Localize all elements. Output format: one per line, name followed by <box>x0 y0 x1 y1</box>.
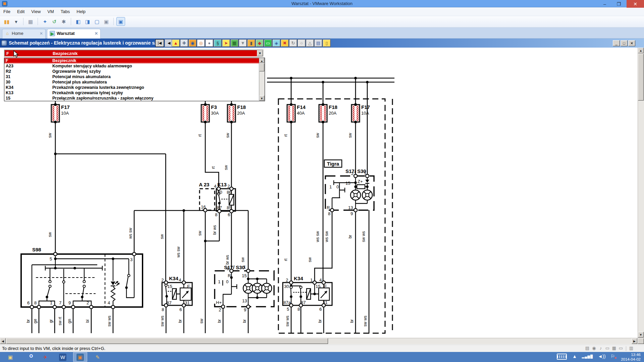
component-list-item[interactable]: F Bezpiecznik <box>4 58 265 63</box>
menu-vm[interactable]: VM <box>44 8 57 15</box>
first-page-button[interactable]: |◀ <box>155 39 164 47</box>
network-signal-icon[interactable]: ▂▄▆█ <box>582 355 593 358</box>
app-maximize-button[interactable]: □ <box>621 40 628 46</box>
component-list-item[interactable]: R2 Ogrzewanie tylnej szyby <box>4 69 265 74</box>
diagram-label: 87 <box>301 300 306 305</box>
cd-rom-icon[interactable]: ◉ <box>591 345 597 351</box>
pause-caret[interactable]: ▾ <box>12 17 20 26</box>
unity-button[interactable]: ▣ <box>102 17 111 26</box>
vehicles-icon[interactable]: ▤ <box>314 39 322 47</box>
cars-icon[interactable]: ◆ <box>256 39 264 47</box>
message-log-icon[interactable]: ▥ <box>628 345 635 351</box>
menu-bar: FileEditViewVMTabsHelp <box>0 8 644 16</box>
diagram-label: 86 <box>227 190 231 195</box>
revert-snapshot-button[interactable]: ↺ <box>50 17 59 26</box>
show-hidden-icons[interactable]: ▲ <box>572 354 577 359</box>
diagram-label: 1 <box>218 279 220 284</box>
taskbar-word-icon[interactable]: W <box>56 352 70 362</box>
component-list-item[interactable]: 15 Przełącznik zapłonu/rozrusznika - zap… <box>4 96 265 101</box>
diagram-label: 31 <box>185 300 190 305</box>
vmware-titlebar: Warsztat - VMware Workstation <box>0 0 644 7</box>
printer-icon[interactable]: ▦ <box>611 345 618 351</box>
close-tab-icon[interactable]: ✕ <box>40 31 43 36</box>
crash-icon[interactable]: ✖ <box>281 39 289 47</box>
list-scrollbar[interactable]: ▲ ▼ <box>259 58 265 101</box>
globe-icon[interactable]: ◉ <box>189 39 197 47</box>
taskbar-chrome-icon[interactable] <box>21 352 35 362</box>
tab-home-label: Home <box>12 31 23 36</box>
keys-icon[interactable]: § <box>214 39 222 47</box>
component-label: Bezpiecznik <box>52 58 76 63</box>
tab-bar: ⌂ Home ✕ ▶ Warsztat ✕ <box>0 27 644 39</box>
action-center-flag-icon[interactable]: ⚐ <box>610 354 615 359</box>
steering-icon[interactable]: ↻ <box>289 39 297 47</box>
menu-tabs[interactable]: Tabs <box>57 8 73 15</box>
taskbar-file-explorer-icon[interactable]: ▣ <box>3 352 17 362</box>
pause-button[interactable]: ▮▮ <box>2 17 11 26</box>
diagram-label: sw <box>199 318 204 323</box>
gauge-icon[interactable]: ○ <box>298 39 306 47</box>
diagram-label: rt <box>283 134 288 137</box>
diagram-label: 5 <box>50 256 52 261</box>
diagram-label: A 23 <box>199 182 209 187</box>
snapshot-manager-button[interactable]: ✱ <box>59 17 68 26</box>
component-list-item[interactable]: K34 Przekaźnik ogrzewania lusterka zewnę… <box>4 85 265 90</box>
warning-icon[interactable]: ▲ <box>172 39 180 47</box>
diagram-label: Tigra <box>327 161 339 167</box>
component-list-item[interactable]: 31 Potencjał minus akumulatora <box>4 74 265 79</box>
show-thumbnail-bar-button[interactable]: ◨ <box>83 17 92 26</box>
hard-disk-icon[interactable]: ▤ <box>584 345 591 351</box>
fullscreen-button[interactable]: ▢ <box>93 17 101 26</box>
close-tab-icon[interactable]: ✕ <box>95 31 98 36</box>
wheel-icon[interactable]: ● <box>205 39 213 47</box>
taskbar-paint-icon[interactable]: ✎ <box>91 352 105 362</box>
diagram-label: rt <box>283 258 288 261</box>
taskbar-falcon-icon[interactable]: ✈ <box>38 352 52 362</box>
menu-edit[interactable]: Edit <box>14 8 28 15</box>
sound-icon[interactable]: ♪ <box>597 345 604 351</box>
caution-icon[interactable]: △ <box>306 39 314 47</box>
console-view-button[interactable]: ▣ <box>116 17 125 26</box>
window-title: Warsztat - VMware Workstation <box>0 1 644 6</box>
app-close-button[interactable]: ✕ <box>628 40 635 46</box>
component-list-item[interactable]: 30 Potencjał plus akumulatora <box>4 79 265 85</box>
mouse-icon[interactable]: ◎ <box>197 39 205 47</box>
diagram-label: 8 <box>162 307 164 312</box>
taskbar-vmware-workstation-icon[interactable]: ▣ <box>73 352 87 362</box>
diagram-label: 16 <box>201 204 206 209</box>
tab-warsztat[interactable]: ▶ Warsztat ✕ <box>47 29 101 39</box>
diagram-label: K13 <box>217 182 227 187</box>
display-2-icon[interactable]: ▭ <box>618 345 624 351</box>
component-code: R2 <box>6 69 11 74</box>
component-code: A23 <box>6 64 13 68</box>
component-list-item[interactable]: K13 Przekaźnik ogrzewania tylnej szyby <box>4 90 265 96</box>
tools-icon[interactable]: ✚ <box>180 39 188 47</box>
send-ctrl-alt-del-button[interactable]: ▦ <box>26 17 35 26</box>
component-combobox[interactable]: F Bezpiecznik ▼ <box>4 50 264 57</box>
horizontal-scrollbar[interactable]: ◀ ▶ <box>0 338 644 344</box>
battery-icon[interactable]: ▭ <box>264 39 272 47</box>
diagram-label: 15 <box>316 284 320 289</box>
key-fob-icon[interactable]: ▮ <box>247 39 255 47</box>
lift-icon[interactable]: ▦ <box>230 39 238 47</box>
component-list-item[interactable]: A23 Komputer sterujący układu alarmowego <box>4 63 265 69</box>
wires <box>32 78 394 333</box>
tab-home[interactable]: ⌂ Home ✕ <box>2 29 46 39</box>
diagnostics-icon[interactable]: ◈ <box>272 39 280 47</box>
keyboard-icon[interactable] <box>557 354 567 360</box>
system-tray: ▲ ▂▄▆█ ◄)) ⚐ 13:46 2014-04-02 <box>557 352 644 362</box>
volume-icon[interactable]: ◄)) <box>598 354 606 359</box>
show-library-button[interactable]: ◧ <box>74 17 83 26</box>
app-minimize-button[interactable]: _ <box>613 40 620 46</box>
car-icon[interactable]: ➤ <box>222 39 230 47</box>
clock[interactable]: 13:46 2014-04-02 <box>621 352 641 362</box>
menu-help[interactable]: Help <box>73 8 89 15</box>
menu-view[interactable]: View <box>28 8 44 15</box>
lamp-icon[interactable]: ▯ <box>323 39 331 47</box>
take-snapshot-button[interactable]: ✦ <box>41 17 49 26</box>
menu-file[interactable]: File <box>0 8 14 15</box>
display-icon[interactable]: ▭ <box>604 345 611 351</box>
combo-dropdown-button[interactable]: ▼ <box>257 50 263 56</box>
diagram-label: K34 <box>169 276 178 281</box>
press-icon[interactable]: ▼ <box>239 39 247 47</box>
